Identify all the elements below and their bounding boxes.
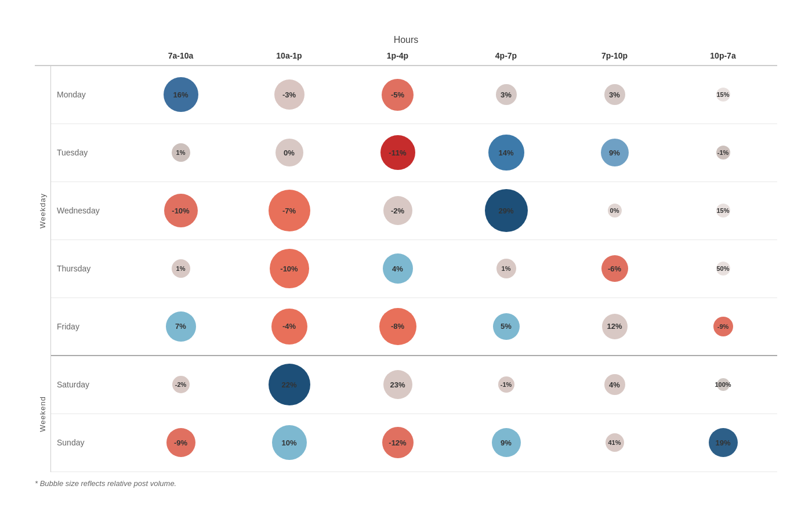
bubble-friday-5: -9% — [713, 317, 733, 336]
day-label-wednesday: Wednesday — [51, 206, 126, 215]
day-label-thursday: Thursday — [51, 264, 126, 273]
day-label-friday: Friday — [51, 322, 126, 331]
cell-wednesday-2: -2% — [343, 196, 452, 225]
chart-container: Hours 7a-10a10a-1p1p-4p4p-7p7p-10p10p-7a… — [17, 23, 795, 499]
cell-friday-4: 12% — [560, 314, 669, 339]
cell-tuesday-5: -1% — [669, 146, 777, 160]
section-label-weekday: Weekday — [35, 66, 51, 356]
cell-tuesday-4: 9% — [560, 139, 669, 166]
bubble-sunday-4: 41% — [606, 433, 624, 452]
cell-sunday-0: -9% — [126, 428, 235, 457]
bubble-sunday-2: -12% — [382, 427, 414, 458]
bubble-wednesday-0: -10% — [164, 194, 198, 227]
bubble-thursday-4: -6% — [601, 255, 628, 282]
bubble-wednesday-2: -2% — [383, 196, 412, 225]
cell-wednesday-1: -7% — [235, 190, 343, 231]
cell-tuesday-2: -11% — [343, 135, 452, 170]
bubble-monday-2: -5% — [382, 79, 414, 111]
col-header-7a-10a: 7a-10a — [126, 51, 235, 60]
bubble-friday-4: 12% — [602, 314, 628, 339]
day-label-saturday: Saturday — [51, 380, 126, 389]
cell-friday-1: -4% — [235, 309, 343, 345]
bubble-sunday-3: 9% — [492, 428, 521, 457]
chart-title: Hours — [35, 35, 777, 45]
cell-tuesday-3: 14% — [452, 135, 560, 171]
bubble-saturday-0: -2% — [172, 376, 190, 393]
section-weekend: WeekendSaturday-2%22%23%-1%4%100%Sunday-… — [35, 356, 777, 472]
cell-saturday-3: -1% — [452, 376, 560, 393]
bubble-monday-3: 3% — [496, 84, 517, 105]
day-label-monday: Monday — [51, 90, 126, 99]
cell-monday-1: -3% — [235, 79, 343, 110]
cell-friday-3: 5% — [452, 313, 560, 340]
col-header-10a-1p: 10a-1p — [235, 51, 343, 60]
bubble-monday-5: 15% — [716, 88, 730, 102]
bubble-tuesday-1: 0% — [276, 139, 303, 166]
cell-thursday-0: 1% — [126, 259, 235, 278]
day-row-thursday: Thursday1%-10%4%1%-6%50% — [51, 240, 777, 298]
cell-monday-0: 16% — [126, 77, 235, 112]
cell-thursday-1: -10% — [235, 249, 343, 288]
day-row-tuesday: Tuesday1%0%-11%14%9%-1% — [51, 124, 777, 182]
bubble-tuesday-0: 1% — [172, 143, 190, 162]
table-area: 7a-10a10a-1p1p-4p4p-7p7p-10p10p-7a Weekd… — [35, 51, 777, 472]
bubble-thursday-0: 1% — [172, 259, 190, 278]
cell-saturday-1: 22% — [235, 364, 343, 405]
cell-saturday-4: 4% — [560, 374, 669, 395]
col-header-4p-7p: 4p-7p — [452, 51, 560, 60]
bubble-friday-1: -4% — [271, 309, 307, 345]
bubble-saturday-2: 23% — [383, 370, 412, 399]
cell-saturday-2: 23% — [343, 370, 452, 399]
col-header-7p-10p: 7p-10p — [560, 51, 669, 60]
cell-wednesday-4: 0% — [560, 204, 669, 217]
cell-friday-5: -9% — [669, 317, 777, 336]
cell-sunday-3: 9% — [452, 428, 560, 457]
col-header-10p-7a: 10p-7a — [669, 51, 777, 60]
cell-saturday-5: 100% — [669, 378, 777, 391]
cell-monday-4: 3% — [560, 84, 669, 105]
day-row-wednesday: Wednesday-10%-7%-2%29%0%15% — [51, 182, 777, 240]
cell-thursday-3: 1% — [452, 259, 560, 278]
cell-tuesday-0: 1% — [126, 143, 235, 162]
bubble-friday-2: -8% — [379, 308, 416, 345]
bubble-tuesday-2: -11% — [380, 135, 415, 170]
footnote: * Bubble size reflects relative post vol… — [35, 479, 777, 488]
bubble-monday-4: 3% — [604, 84, 625, 105]
cell-sunday-5: 19% — [669, 428, 777, 457]
bubble-wednesday-4: 0% — [608, 204, 622, 217]
day-row-monday: Monday16%-3%-5%3%3%15% — [51, 66, 777, 124]
cell-friday-2: -8% — [343, 308, 452, 345]
bubble-monday-0: 16% — [164, 77, 198, 112]
day-label-tuesday: Tuesday — [51, 148, 126, 157]
bubble-tuesday-5: -1% — [716, 146, 730, 160]
bubble-sunday-1: 10% — [272, 425, 307, 460]
cell-monday-3: 3% — [452, 84, 560, 105]
cell-tuesday-1: 0% — [235, 139, 343, 166]
bubble-thursday-1: -10% — [270, 249, 309, 288]
row-label-col-header — [51, 51, 126, 60]
bubble-saturday-5: 100% — [717, 378, 730, 391]
bubble-tuesday-4: 9% — [601, 139, 629, 166]
cell-saturday-0: -2% — [126, 376, 235, 393]
bubble-saturday-1: 22% — [269, 364, 310, 405]
day-row-saturday: Saturday-2%22%23%-1%4%100% — [51, 356, 777, 414]
col-header-1p-4p: 1p-4p — [343, 51, 452, 60]
cell-thursday-4: -6% — [560, 255, 669, 282]
bubble-monday-1: -3% — [274, 79, 304, 110]
cell-wednesday-3: 29% — [452, 189, 560, 232]
day-row-friday: Friday7%-4%-8%5%12%-9% — [51, 298, 777, 356]
cell-sunday-4: 41% — [560, 433, 669, 452]
bubble-friday-3: 5% — [493, 313, 520, 340]
bubble-thursday-3: 1% — [496, 259, 516, 278]
cell-friday-0: 7% — [126, 311, 235, 342]
day-label-sunday: Sunday — [51, 438, 126, 447]
bubble-sunday-5: 19% — [709, 428, 738, 457]
cell-monday-5: 15% — [669, 88, 777, 102]
bubble-thursday-2: 4% — [383, 253, 413, 284]
bubble-sunday-0: -9% — [166, 428, 195, 457]
cell-thursday-5: 50% — [669, 262, 777, 276]
cell-wednesday-5: 15% — [669, 204, 777, 217]
cell-monday-2: -5% — [343, 79, 452, 111]
cell-sunday-2: -12% — [343, 427, 452, 458]
bubble-tuesday-3: 14% — [488, 135, 524, 171]
